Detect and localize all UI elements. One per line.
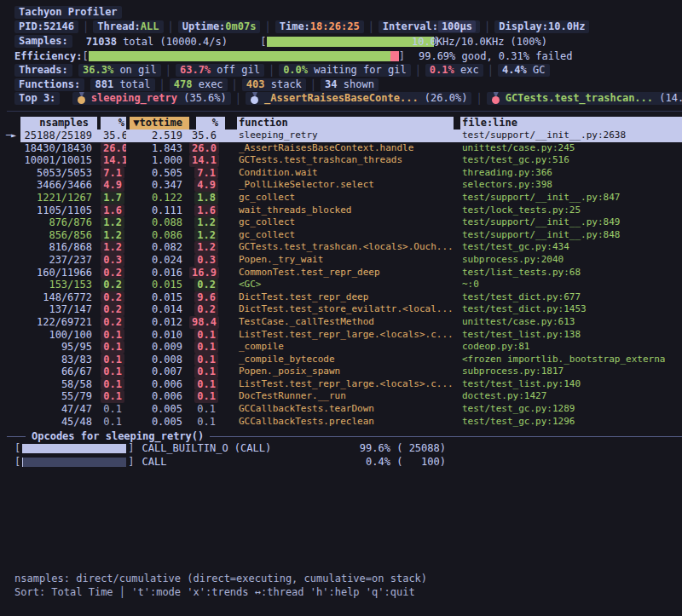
table-row[interactable]: 153/1530.20.0150.2<GC>~:0 [20, 279, 682, 291]
threads-stat-value: 0.1% [430, 64, 454, 76]
cell-pct-cumulative: 1.2 [189, 241, 225, 254]
column-header-pct-cumulative[interactable]: % [196, 117, 225, 130]
table-row[interactable]: 58/580.10.0060.1ListTest.test_repr_large… [20, 378, 682, 391]
table-row[interactable]: 137/1470.20.0140.2DictTest.test_store_ev… [20, 303, 682, 316]
functions-line: Functions: 881 total│478 exec│403 stack│… [14, 78, 379, 91]
column-header-tottime-sorted[interactable]: ▼tottime [130, 117, 189, 130]
cell-pct-direct: 0.1 [101, 366, 126, 378]
cell-file-line: test/list_tests.py:68 [460, 267, 682, 279]
table-row[interactable]: 122/697210.20.01298.4TestCase._callTestM… [20, 316, 682, 329]
cell-file-line: test/test_dict.py:677 [460, 291, 682, 304]
column-header-file-line[interactable]: file:line [460, 117, 682, 130]
table-row[interactable]: 1221/12671.70.1221.8gc_collecttest/suppo… [20, 192, 682, 204]
table-top-rule [7, 111, 682, 112]
column-header-nsamples[interactable]: nsamples [20, 117, 97, 130]
table-row[interactable]: 66/670.10.0070.1Popen._posix_spawnsubpro… [20, 366, 682, 378]
table-row[interactable]: 10001/1001514.11.00014.1GCTests.test_tra… [20, 154, 682, 167]
opcodes-section-header: Opcodes for sleeping_retry() [7, 430, 682, 442]
rule-segment [7, 436, 26, 437]
table-row[interactable]: 18430/1843026.01.84326.0_AssertRaisesBas… [20, 142, 682, 155]
status-label: Thread: [97, 20, 141, 32]
opcode-bar-fill [22, 444, 126, 453]
cell-file-line: subprocess.py:1817 [460, 366, 682, 378]
cell-tottime: 0.505 [126, 167, 189, 180]
samples-count-suffix: total (10000.4/s) [117, 36, 228, 48]
cell-tottime: 0.006 [126, 390, 189, 403]
gold-medal-icon [77, 92, 87, 104]
table-row[interactable]: 160/119660.20.01616.9CommonTest.test_rep… [20, 267, 682, 279]
bracket-close: ] [128, 442, 134, 454]
bracket-close: ] [128, 456, 134, 468]
cell-nsamples: 3466/3466 [20, 179, 97, 192]
cell-function: GCTests.test_trashcan_threads [237, 154, 454, 167]
top3-entry: _AssertRaisesBaseConte... (26.0%) [246, 92, 471, 105]
cell-file-line: test/support/__init__.py:2638 [460, 130, 682, 142]
functions-stat-value: 881 [95, 78, 113, 90]
cell-pct-cumulative: 1.2 [189, 229, 225, 242]
opcode-row: []CALL0.4% ( 100) [14, 456, 166, 468]
separator-bar: │ [83, 21, 89, 33]
table-row[interactable]: 47/470.10.0050.1GCCallbackTests.tearDown… [20, 403, 682, 416]
table-row[interactable]: 3466/34664.90.3474.9_PollLikeSelector.se… [20, 179, 682, 192]
table-row[interactable]: 55/790.10.0060.1DocTestRunner.__rundocte… [20, 390, 682, 403]
cell-nsamples: 122/69721 [20, 316, 97, 329]
cell-tottime: 0.015 [126, 279, 189, 291]
cell-pct-cumulative: 0.1 [189, 366, 225, 378]
table-row[interactable]: 100/1000.10.0100.1ListTest.test_repr_lar… [20, 329, 682, 342]
cell-nsamples: 160/11966 [20, 267, 97, 279]
table-row[interactable]: 856/8561.20.0861.2gc_collecttest/support… [20, 229, 682, 242]
cell-tottime: 0.005 [126, 403, 189, 416]
column-header-pct-direct[interactable]: % [101, 117, 126, 130]
table-row[interactable]: 876/8761.20.0881.2gc_collecttest/support… [20, 216, 682, 229]
footer-help-line2: Sort: Total Time │ 't':mode 'x':trends ↔… [14, 585, 415, 598]
cell-tottime: 0.014 [126, 303, 189, 316]
cell-pct-cumulative: 0.1 [189, 403, 225, 416]
separator-bar: │ [165, 65, 171, 77]
top3-function-name: _AssertRaisesBaseConte... [264, 92, 419, 104]
rule-segment [210, 436, 682, 437]
cell-pct-cumulative: 14.1 [189, 154, 225, 167]
cell-file-line: test/test_gc.py:434 [460, 241, 682, 254]
table-row[interactable]: 83/830.10.0080.1_compile_bytecode<frozen… [20, 354, 682, 366]
cell-pct-cumulative: 0.1 [189, 354, 225, 366]
cell-nsamples: 83/83 [20, 354, 97, 366]
cell-function: gc_collect [237, 192, 454, 204]
cell-pct-direct: 0.2 [101, 291, 126, 304]
table-row[interactable]: 148/67720.20.0159.6DictTest.test_repr_de… [20, 291, 682, 304]
table-row[interactable]: 816/8681.20.0821.2GCTests.test_trashcan.… [20, 241, 682, 254]
cell-pct-cumulative: 16.9 [189, 267, 225, 279]
table-row[interactable]: 95/950.10.0090.1_compilecodeop.py:81 [20, 341, 682, 354]
silver-medal-icon [250, 92, 260, 104]
cell-tottime: 0.010 [126, 329, 189, 342]
cell-nsamples: 18430/18430 [20, 142, 97, 155]
cell-function: gc_collect [237, 229, 454, 242]
cell-file-line: codeop.py:81 [460, 341, 682, 354]
top3-entry: sleeping_retry (35.6%) [72, 92, 231, 105]
table-row[interactable]: 45/480.10.0050.1GCCallbackTests.preclean… [20, 416, 682, 429]
opcode-name: CALL_BUILTIN_O (CALL) [142, 442, 271, 454]
cell-pct-cumulative: 98.4 [189, 316, 225, 329]
table-row[interactable]: 5053/50537.10.5057.1Condition.waitthread… [20, 167, 682, 180]
cell-tottime: 0.024 [126, 254, 189, 267]
table-row[interactable]: 237/2370.30.0240.3Popen._try_waitsubproc… [20, 254, 682, 267]
cell-pct-direct: 14.1 [101, 154, 126, 167]
samples-progress-bar [267, 37, 434, 47]
column-header-function[interactable]: function [237, 117, 454, 130]
cell-nsamples: 1105/1105 [20, 204, 97, 217]
cell-nsamples: 856/856 [20, 229, 97, 242]
cell-function: ListTest.test_repr_large.<locals>.c... [237, 378, 454, 391]
separator-bar: │ [310, 79, 316, 91]
footer-help-line1: nsamples: direct/cumulative (direct=exec… [14, 572, 427, 584]
cell-tottime: 0.122 [126, 192, 189, 204]
cell-nsamples: 58/58 [20, 378, 97, 391]
cell-nsamples: 47/47 [20, 403, 97, 416]
cell-pct-cumulative: 1.8 [189, 192, 225, 204]
threads-stat: 4.4% GC [498, 64, 550, 77]
cell-function: TestCase._callTestMethod [237, 316, 454, 329]
table-row[interactable]: ─►25188/2518935.62.51935.6sleeping_retry… [20, 130, 682, 142]
cell-pct-cumulative: 1.2 [189, 216, 225, 229]
cell-file-line: subprocess.py:2040 [460, 254, 682, 267]
table-row[interactable]: 1105/11051.60.1111.6wait_threads_blocked… [20, 204, 682, 217]
cell-tottime: 0.009 [126, 341, 189, 354]
cell-pct-direct: 0.2 [101, 303, 126, 316]
